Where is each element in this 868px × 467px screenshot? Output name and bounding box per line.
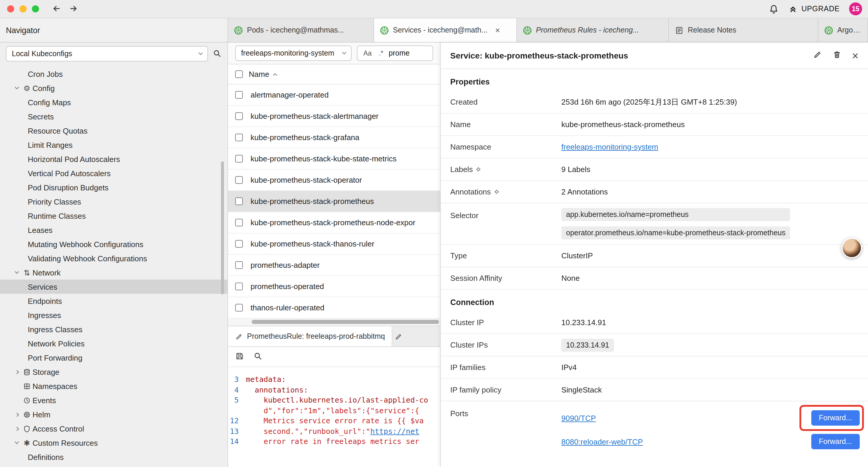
port-link[interactable]: 8080:reloader-web/TCP [561, 437, 643, 446]
chevron-down-icon[interactable] [12, 87, 21, 89]
table-row[interactable]: kube-prometheus-stack-grafana [228, 127, 440, 148]
chevron-right-icon[interactable] [12, 427, 21, 430]
table-row-selected[interactable]: kube-prometheus-stack-prometheus [228, 191, 440, 212]
sidebar-item-pod-disruption-budgets[interactable]: Pod Disruption Budgets [0, 180, 227, 195]
expand-annotations-icon[interactable] [495, 191, 498, 193]
tab-release-notes[interactable]: Release Notes [669, 18, 818, 42]
expand-labels-icon[interactable] [477, 168, 480, 171]
sidebar-search-icon[interactable] [213, 49, 222, 58]
sidebar-item-storage[interactable]: Storage [0, 365, 227, 379]
row-checkbox[interactable] [235, 176, 243, 184]
table-row[interactable]: prometheus-operated [228, 276, 440, 297]
row-checkbox[interactable] [235, 240, 243, 248]
sidebar-scrollbar[interactable] [221, 162, 224, 294]
table-row[interactable]: alertmanager-operated [228, 85, 440, 106]
sidebar-item-ingresses[interactable]: Ingresses [0, 308, 227, 322]
sidebar-item-services[interactable]: Services [0, 280, 227, 294]
sidebar-item-secrets[interactable]: Secrets [0, 109, 227, 123]
sidebar-item-vertical-pod-autoscalers[interactable]: Vertical Pod Autoscalers [0, 166, 227, 180]
sidebar-item-runtime-classes[interactable]: Runtime Classes [0, 209, 227, 223]
row-checkbox[interactable] [235, 91, 243, 99]
sidebar-item-network[interactable]: ⇅ Network [0, 265, 227, 280]
sidebar-item-config-maps[interactable]: Config Maps [0, 95, 227, 109]
notifications-bell-icon[interactable] [769, 4, 779, 14]
sidebar-item-config[interactable]: ⚙ Config [0, 81, 227, 95]
close-window-button[interactable] [7, 5, 14, 12]
sidebar-item-events[interactable]: Events [0, 393, 227, 407]
row-checkbox[interactable] [235, 112, 243, 120]
regex-toggle[interactable]: .* [377, 49, 385, 58]
sidebar-item-helm[interactable]: Helm [0, 407, 227, 421]
tab-prometheus-rules[interactable]: Prometheus Rules - icecheng... [517, 18, 669, 42]
sidebar-item-port-forwarding[interactable]: Port Forwarding [0, 351, 227, 365]
table-row[interactable]: kube-prometheus-stack-prometheus-node-ex… [228, 212, 440, 233]
namespace-link[interactable]: freeleaps-monitoring-system [561, 143, 658, 151]
sidebar-item-custom-resources[interactable]: ✱ Custom Resources [0, 436, 227, 450]
match-case-toggle[interactable]: Aa [362, 49, 373, 58]
sidebar-item-cron-jobs[interactable]: Cron Jobs [0, 67, 227, 81]
row-checkbox[interactable] [235, 261, 243, 269]
chevron-right-icon[interactable] [12, 413, 21, 416]
select-all-checkbox[interactable] [235, 70, 243, 78]
editor-search-icon[interactable] [253, 351, 262, 362]
tab-services[interactable]: Services - icecheng@math... × [374, 18, 517, 42]
chevron-down-icon[interactable] [12, 442, 21, 443]
table-row[interactable]: kube-prometheus-stack-alertmanager [228, 106, 440, 127]
minimize-window-button[interactable] [20, 5, 27, 12]
editor-tab-prometheusrule[interactable]: PrometheusRule: freeleaps-prod-rabbitmq [228, 326, 393, 346]
row-checkbox[interactable] [235, 304, 243, 312]
sidebar-item-namespaces[interactable]: Namespaces [0, 379, 227, 393]
sidebar-item-validating-webhook-configurations[interactable]: Validating Webhook Configurations [0, 251, 227, 265]
namespace-filter[interactable]: freeleaps-monitoring-system [235, 46, 351, 61]
edit-icon[interactable] [813, 50, 822, 61]
service-list: alertmanager-operated kube-prometheus-st… [228, 85, 440, 319]
list-search-input[interactable]: Aa .* prome [357, 46, 433, 61]
close-tab-icon[interactable]: × [495, 25, 500, 35]
kubeconfig-selector[interactable]: Local Kubeconfigs [6, 46, 208, 61]
table-row[interactable]: thanos-ruler-operated [228, 297, 440, 319]
row-checkbox[interactable] [235, 134, 243, 141]
table-row[interactable]: kube-prometheus-stack-operator [228, 170, 440, 191]
table-row[interactable]: kube-prometheus-stack-kube-state-metrics [228, 148, 440, 170]
back-button[interactable] [52, 4, 61, 14]
row-checkbox[interactable] [235, 283, 243, 290]
tab-argo[interactable]: Argo Se... [818, 18, 868, 42]
table-row[interactable]: prometheus-adapter [228, 255, 440, 276]
row-checkbox[interactable] [235, 219, 243, 226]
sidebar-item-mutating-webhook-configurations[interactable]: Mutating Webhook Configurations [0, 237, 227, 251]
table-row[interactable]: kube-prometheus-stack-thanos-ruler [228, 233, 440, 255]
save-icon[interactable] [235, 351, 244, 362]
notification-count-badge[interactable]: 15 [849, 2, 862, 16]
sidebar-item-access-control[interactable]: Access Control [0, 421, 227, 436]
chevron-down-icon[interactable] [12, 272, 21, 273]
url-link[interactable]: https://net [370, 427, 419, 435]
forward-nav-button[interactable] [69, 4, 78, 14]
sidebar-item-network-policies[interactable]: Network Policies [0, 337, 227, 351]
port-link[interactable]: 9090/TCP [561, 413, 596, 422]
user-avatar[interactable] [841, 238, 862, 258]
sidebar-item-definitions[interactable]: Definitions [0, 450, 227, 464]
sidebar-item-priority-classes[interactable]: Priority Classes [0, 195, 227, 209]
sidebar-item-endpoints[interactable]: Endpoints [0, 294, 227, 308]
yaml-editor[interactable]: 3metadata: 4 annotations: 5 kubectl.kube… [228, 367, 440, 467]
chevron-right-icon[interactable] [12, 370, 21, 373]
upgrade-button[interactable]: UPGRADE [788, 4, 840, 13]
row-checkbox[interactable] [235, 198, 243, 205]
name-column-header[interactable]: Name [249, 70, 269, 79]
sidebar-item-ingress-classes[interactable]: Ingress Classes [0, 322, 227, 337]
row-checkbox[interactable] [235, 155, 243, 163]
sidebar-item-limit-ranges[interactable]: Limit Ranges [0, 138, 227, 152]
zoom-window-button[interactable] [32, 5, 39, 12]
tab-pods[interactable]: Pods - icecheng@mathmas... [228, 18, 374, 42]
kubernetes-icon [234, 26, 243, 35]
delete-trash-icon[interactable] [833, 50, 841, 61]
close-panel-icon[interactable]: × [852, 50, 859, 61]
horizontal-scrollbar[interactable] [252, 320, 439, 324]
property-row-created: Created 253d 16h 6m ago (2025年1月13日 GMT+… [441, 91, 868, 114]
forward-button[interactable]: Forward... [811, 434, 860, 449]
forward-button[interactable]: Forward... [811, 410, 860, 426]
editor-tab-partial[interactable] [393, 326, 405, 346]
sidebar-item-horizontal-pod-autoscalers[interactable]: Horizontal Pod Autoscalers [0, 152, 227, 166]
sidebar-item-resource-quotas[interactable]: Resource Quotas [0, 123, 227, 138]
sidebar-item-leases[interactable]: Leases [0, 223, 227, 237]
